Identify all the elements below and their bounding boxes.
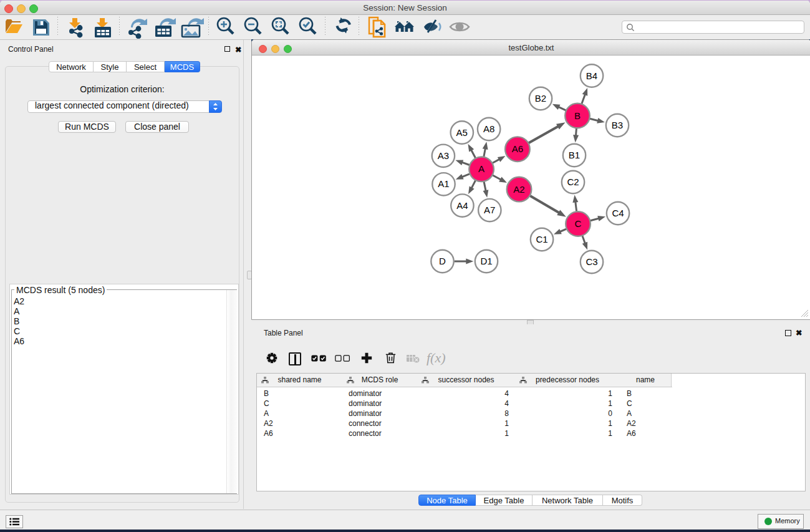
svg-text:C2: C2	[567, 177, 579, 187]
svg-text:D: D	[439, 256, 446, 266]
svg-text:C1: C1	[536, 234, 547, 244]
svg-text:C: C	[575, 218, 582, 229]
svg-text:A3: A3	[438, 150, 449, 161]
svg-text:C4: C4	[612, 208, 624, 218]
svg-text:A2: A2	[513, 184, 524, 195]
svg-text:B2: B2	[535, 93, 546, 104]
svg-text:A: A	[478, 163, 485, 174]
svg-text:A7: A7	[484, 205, 495, 215]
svg-text:B3: B3	[612, 120, 623, 130]
svg-text:A8: A8	[483, 123, 494, 134]
svg-text:A5: A5	[456, 127, 468, 138]
svg-text:A1: A1	[438, 178, 449, 189]
svg-text:C3: C3	[586, 256, 597, 267]
svg-text:D1: D1	[480, 256, 492, 266]
svg-text:B4: B4	[586, 70, 597, 81]
svg-text:A6: A6	[512, 143, 523, 154]
svg-text:B: B	[574, 110, 581, 121]
svg-text:A4: A4	[456, 200, 468, 211]
svg-text:B1: B1	[569, 150, 580, 160]
